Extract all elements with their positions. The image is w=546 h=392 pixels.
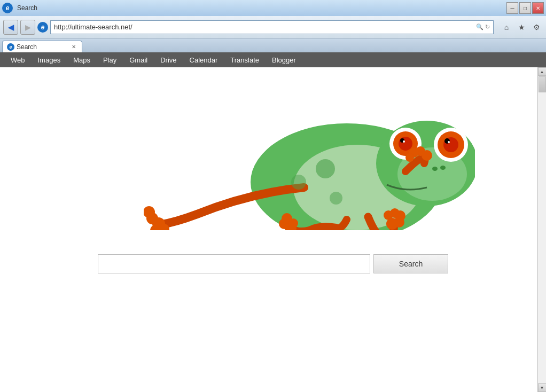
nav-item-web[interactable]: Web	[4, 54, 32, 66]
scrollbar: ▲ ▼	[537, 67, 546, 392]
title-bar-left: e Search	[2, 3, 37, 13]
favorites-button[interactable]: ★	[515, 21, 528, 34]
main-content: Search ▲ ▼	[0, 67, 546, 392]
nav-item-maps[interactable]: Maps	[67, 54, 97, 66]
frog-svg	[144, 81, 475, 230]
nav-item-translate[interactable]: Translate	[224, 54, 266, 66]
scroll-up-button[interactable]: ▲	[538, 67, 547, 76]
nav-item-blogger[interactable]: Blogger	[266, 54, 302, 66]
tab-bar: e Search ✕	[0, 38, 546, 52]
tab-ie-icon: e	[7, 43, 14, 51]
tab-close-button[interactable]: ✕	[70, 43, 77, 51]
svg-point-33	[384, 210, 393, 220]
svg-point-13	[403, 140, 405, 143]
minimize-button[interactable]: ─	[506, 2, 518, 14]
svg-point-15	[440, 166, 446, 170]
toolbar: ◀ ▶ e 🔍 ↻ ⌂ ★ ⚙	[0, 16, 546, 38]
refresh-icon: ↻	[485, 23, 490, 30]
close-button[interactable]: ✕	[532, 2, 544, 14]
nav-menu: Web Images Maps Play Gmail Drive Calenda…	[0, 52, 546, 67]
title-bar: e Search ─ □ ✕	[0, 0, 546, 16]
frog-illustration	[128, 70, 491, 241]
home-button[interactable]: ⌂	[500, 21, 513, 34]
nav-item-images[interactable]: Images	[32, 54, 67, 66]
svg-point-11	[399, 137, 412, 151]
nav-item-gmail[interactable]: Gmail	[123, 54, 154, 66]
search-input[interactable]	[98, 254, 370, 273]
scroll-down-button[interactable]: ▼	[538, 383, 547, 392]
ie-logo-toolbar: e	[37, 22, 48, 33]
active-tab[interactable]: e Search ✕	[2, 41, 82, 52]
svg-point-14	[432, 167, 438, 171]
ie-logo: e	[2, 3, 13, 13]
svg-point-36	[330, 192, 342, 205]
browser-window: e Search ─ □ ✕ ◀ ▶ e 🔍 ↻ ⌂ ★ ⚙ e Search …	[0, 0, 546, 392]
nav-item-drive[interactable]: Drive	[154, 54, 183, 66]
back-button[interactable]: ◀	[3, 20, 18, 35]
ie-actions: ⌂ ★ ⚙	[500, 21, 543, 34]
window-controls: ─ □ ✕	[506, 2, 544, 14]
nav-item-calendar[interactable]: Calendar	[183, 54, 224, 66]
forward-button[interactable]: ▶	[20, 20, 35, 35]
svg-point-35	[291, 175, 306, 190]
svg-point-19	[405, 153, 414, 162]
svg-point-8	[448, 141, 450, 143]
address-input[interactable]	[54, 23, 474, 31]
search-area: Search	[98, 254, 448, 273]
nav-item-play[interactable]: Play	[97, 54, 123, 66]
settings-button[interactable]: ⚙	[530, 21, 543, 34]
window-title: Search	[17, 4, 37, 12]
address-bar-container: 🔍 ↻	[50, 20, 494, 34]
tab-label: Search	[17, 43, 37, 51]
scroll-track[interactable]	[538, 76, 547, 383]
svg-point-34	[316, 159, 335, 178]
svg-point-22	[144, 206, 155, 218]
search-icon-addr: 🔍	[476, 23, 483, 30]
scroll-thumb[interactable]	[539, 76, 546, 92]
search-button[interactable]: Search	[373, 254, 448, 273]
maximize-button[interactable]: □	[519, 2, 531, 14]
svg-point-28	[288, 218, 298, 228]
